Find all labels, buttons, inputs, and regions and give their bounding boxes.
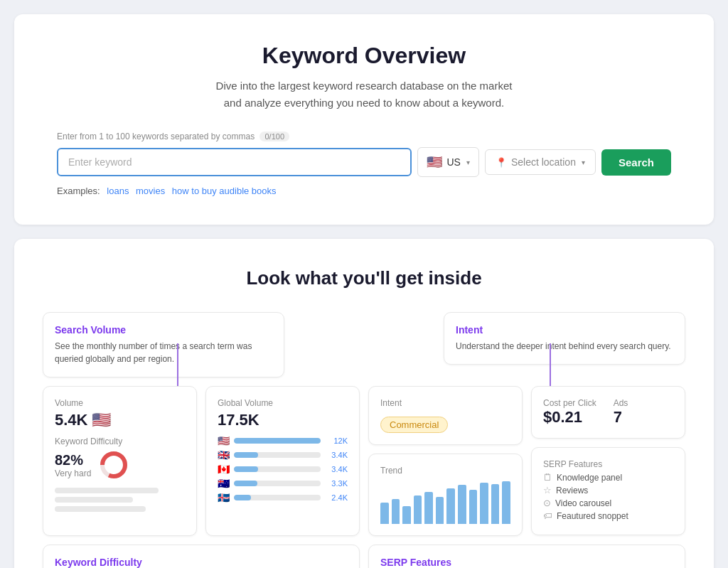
location-pin-icon: 📍	[496, 157, 507, 168]
example-link-audible[interactable]: how to buy audible books	[172, 186, 277, 196]
bar-row-au: 🇦🇺 3.3K	[218, 478, 348, 489]
knowledge-icon: 🗒	[543, 472, 552, 483]
trend-bar	[502, 481, 510, 524]
country-select[interactable]: 🇺🇸 US ▾	[417, 147, 478, 177]
bar-row-us: 🇺🇸 12K	[218, 435, 348, 446]
trend-bar	[392, 499, 400, 524]
preview-card: Look what you'll get inside Search Volum…	[14, 239, 714, 568]
trend-bar	[424, 492, 433, 524]
us-flag-small: 🇺🇸	[92, 411, 111, 429]
trend-bar	[446, 488, 455, 524]
search-row: 🇺🇸 US ▾ 📍 Select location ▾ Search	[57, 147, 671, 177]
serp-item-featured: 🏷 Feautured snoppet	[543, 510, 673, 521]
tooltip-sv-text: See the monthly number of times a search…	[55, 340, 272, 365]
trend-card: Trend	[368, 454, 523, 536]
chevron-down-icon-2: ▾	[582, 159, 585, 166]
trend-bar	[469, 490, 478, 524]
trend-bar	[480, 483, 488, 524]
ads-item: Ads 7	[614, 398, 628, 427]
skeleton-lines	[55, 488, 185, 512]
star-icon: ☆	[543, 485, 552, 495]
country-bars: 🇺🇸 12K 🇬🇧 3.4K 🇨🇦 3.4K 🇦🇺	[218, 435, 348, 503]
search-button[interactable]: Search	[601, 149, 671, 176]
trend-bars	[380, 481, 510, 524]
skeleton-line	[55, 488, 159, 493]
ads-value: 7	[614, 408, 628, 427]
cpc-label: Cost per Click	[543, 398, 596, 408]
country-code-label: US	[446, 156, 460, 168]
global-vol-value: 17.5K	[218, 411, 348, 429]
tooltip-serp: SERP Features Check out the special sear…	[368, 545, 685, 568]
trend-bar	[414, 495, 422, 524]
hero-card: Keyword Overview Dive into the largest k…	[14, 14, 714, 225]
cpc-card: Cost per Click $0.21 Ads 7	[531, 386, 685, 439]
flag-us: 🇺🇸	[218, 435, 230, 446]
trend-bar	[491, 484, 500, 524]
examples-label: Examples:	[57, 186, 100, 196]
trend-bar	[458, 485, 466, 524]
commercial-badge: Commercial	[380, 411, 510, 433]
kd-label: Keyword Difficulty	[55, 436, 185, 446]
cpc-value: $0.21	[543, 408, 596, 427]
tooltip-intent-title: Intent	[456, 324, 673, 336]
keyword-input[interactable]	[57, 148, 412, 176]
intent-trend-col: Intent Commercial Trend	[368, 386, 523, 536]
top-tooltips-row: Search Volume See the monthly number of …	[43, 312, 685, 377]
trend-bar	[380, 503, 389, 524]
tooltip-kd: Keyword Difficulty Use the best KD formu…	[43, 545, 360, 568]
cpc-item: Cost per Click $0.21	[543, 398, 596, 427]
keyword-count-label: Enter from 1 to 100 keywords separated b…	[57, 132, 671, 141]
tooltip-serp-title: SERP Features	[380, 557, 673, 568]
page-title: Keyword Overview	[57, 43, 671, 69]
example-link-movies[interactable]: movies	[136, 186, 165, 196]
hero-subtitle: Dive into the largest keyword research d…	[57, 77, 671, 112]
kd-sub: Very hard	[55, 468, 91, 478]
example-link-loans[interactable]: loans	[107, 186, 129, 196]
tooltip-kd-title: Keyword Difficulty	[55, 557, 348, 568]
flag-au: 🇦🇺	[218, 478, 230, 489]
tooltip-search-volume: Search Volume See the monthly number of …	[43, 312, 284, 377]
kd-value: 82%	[55, 452, 91, 468]
flag-ca: 🇨🇦	[218, 463, 230, 475]
serp-features-card: SERP Features 🗒 Knowledge panel ☆ Review…	[531, 447, 685, 535]
serp-item-knowledge: 🗒 Knowledge panel	[543, 472, 673, 483]
data-preview-grid: Volume 5.4K 🇺🇸 Keyword Difficulty 82% Ve…	[43, 386, 685, 536]
volume-value: 5.4K 🇺🇸	[55, 411, 185, 429]
us-flag-icon: 🇺🇸	[427, 154, 442, 170]
intent-label: Intent	[380, 398, 510, 408]
flag-is: 🇮🇸	[218, 492, 230, 503]
bar-row-ca: 🇨🇦 3.4K	[218, 463, 348, 475]
bar-row-is: 🇮🇸 2.4K	[218, 492, 348, 503]
location-placeholder-label: Select location	[511, 156, 576, 168]
chevron-down-icon: ▾	[466, 159, 470, 166]
video-icon: ⊙	[543, 498, 551, 508]
tooltip-intent-text: Understand the deeper intent behind ever…	[456, 340, 673, 353]
tooltip-intent: Intent Understand the deeper intent behi…	[444, 312, 685, 365]
examples-row: Examples: loans movies how to buy audibl…	[57, 186, 671, 196]
volume-kd-card: Volume 5.4K 🇺🇸 Keyword Difficulty 82% Ve…	[43, 386, 197, 536]
keyword-count-badge: 0/100	[259, 132, 289, 141]
ads-label: Ads	[614, 398, 628, 408]
bottom-tooltips-row: Keyword Difficulty Use the best KD formu…	[43, 545, 685, 568]
trend-bar	[436, 497, 444, 524]
global-volume-card: Global Volume 17.5K 🇺🇸 12K 🇬🇧 3.4K 🇨🇦 3.…	[205, 386, 360, 536]
kd-donut-row: 82% Very hard	[55, 449, 185, 481]
serp-item-video: ⊙ Video carousel	[543, 498, 673, 508]
global-vol-label: Global Volume	[218, 398, 348, 408]
section-title: Look what you'll get inside	[43, 267, 685, 289]
skeleton-line	[55, 506, 146, 512]
intent-card: Intent Commercial	[368, 386, 523, 445]
location-select[interactable]: 📍 Select location ▾	[485, 149, 596, 175]
serp-label: SERP Features	[543, 459, 673, 469]
trend-label: Trend	[380, 466, 510, 476]
flag-gb: 🇬🇧	[218, 449, 230, 461]
serp-item-reviews: ☆ Reviews	[543, 485, 673, 495]
cpc-row: Cost per Click $0.21 Ads 7	[543, 398, 673, 427]
trend-bar	[402, 506, 411, 524]
volume-label: Volume	[55, 398, 185, 408]
kd-donut-chart	[98, 449, 129, 481]
tooltip-sv-title: Search Volume	[55, 324, 272, 336]
cpc-serp-col: Cost per Click $0.21 Ads 7 SERP Features…	[531, 386, 685, 536]
bar-row-gb: 🇬🇧 3.4K	[218, 449, 348, 461]
skeleton-line	[55, 497, 133, 503]
